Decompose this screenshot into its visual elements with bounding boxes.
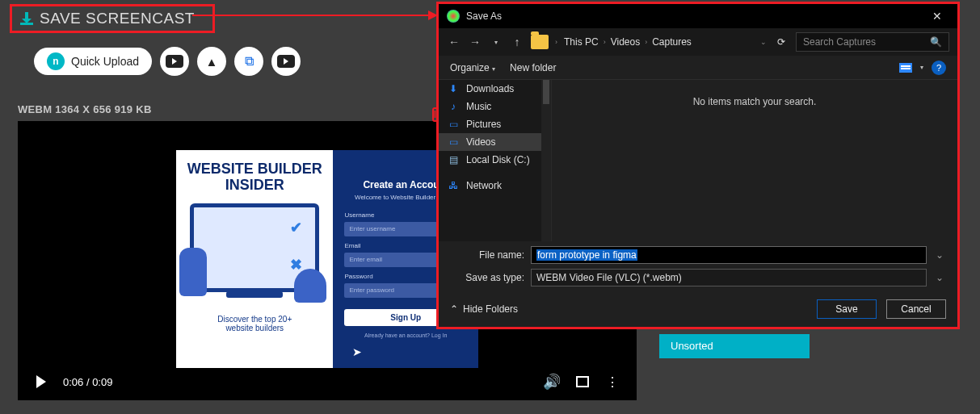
dialog-app-icon xyxy=(447,10,460,23)
fullscreen-icon xyxy=(576,376,589,387)
check-icon: ✔ xyxy=(290,219,302,236)
music-icon: ♪ xyxy=(447,101,460,112)
dialog-nav-bar: ← → ▾ ↑ › This PC › Videos › Captures ⌄ … xyxy=(439,28,957,56)
dialog-title-bar: Save As ✕ xyxy=(439,4,957,28)
close-button[interactable]: ✕ xyxy=(925,10,949,23)
login-line: Already have an account? Log In xyxy=(344,332,467,338)
nav-forward-button[interactable]: → xyxy=(468,36,482,48)
nimbus-logo-icon: n xyxy=(47,52,65,70)
video-controls: 0:06 / 0:09 🔊 ⋮ xyxy=(18,363,637,400)
dialog-body: ⬇ Downloads ♪ Music ▭ Pictures ▭ Videos … xyxy=(439,80,957,241)
tree-item-videos[interactable]: ▭ Videos xyxy=(439,133,551,151)
search-icon: 🔍 xyxy=(930,36,942,48)
tree-item-pictures[interactable]: ▭ Pictures xyxy=(439,115,551,133)
chevron-right-icon: › xyxy=(604,38,606,46)
nav-up-button[interactable]: ↑ xyxy=(510,36,524,48)
kebab-icon: ⋮ xyxy=(606,374,620,390)
person-illustration-2 xyxy=(294,269,326,303)
tree-scrollbar[interactable] xyxy=(541,80,551,241)
volume-button[interactable]: 🔊 xyxy=(543,373,561,391)
volume-icon: 🔊 xyxy=(543,373,561,391)
chevron-right-icon: › xyxy=(645,38,647,46)
tree-item-network[interactable]: 🖧 Network xyxy=(439,177,551,194)
refresh-icon: ⟳ xyxy=(777,36,785,48)
youtube-upload-button[interactable] xyxy=(160,47,189,76)
video-left-title: WEBSITE BUILDER INSIDER xyxy=(183,161,326,194)
dialog-toolbar: Organize ▾ New folder ▾ ? xyxy=(439,56,957,80)
time-display: 0:06 / 0:09 xyxy=(63,376,112,388)
breadcrumb: This PC › Videos › Captures ⌄ xyxy=(564,36,767,48)
youtube-button-2[interactable] xyxy=(271,47,301,76)
cancel-button[interactable]: Cancel xyxy=(886,299,946,319)
quick-upload-label: Quick Upload xyxy=(71,55,139,68)
search-placeholder: Search Captures xyxy=(803,36,876,48)
file-name-history-dropdown[interactable]: ⌄ xyxy=(933,249,946,261)
play-icon xyxy=(36,375,46,388)
pictures-icon: ▭ xyxy=(447,119,460,130)
upload-row: n Quick Upload ▲ ⧉ xyxy=(34,47,301,76)
dropbox-icon: ⧉ xyxy=(245,54,254,69)
file-name-value: form prototype in figma xyxy=(536,249,637,261)
chevron-down-icon[interactable]: ▾ xyxy=(920,64,923,71)
save-type-dropdown-arrow[interactable]: ⌄ xyxy=(933,272,946,283)
breadcrumb-videos[interactable]: Videos xyxy=(611,36,640,48)
youtube-icon xyxy=(166,55,183,68)
search-input[interactable]: Search Captures 🔍 xyxy=(796,32,949,52)
folder-icon xyxy=(531,35,549,49)
unsorted-tag[interactable]: Unsorted xyxy=(659,334,810,358)
save-type-select[interactable]: WEBM Video File (VLC) (*.webm) xyxy=(531,269,927,286)
save-button[interactable]: Save xyxy=(817,299,877,319)
google-drive-icon: ▲ xyxy=(206,55,218,69)
hero-graphic: ✔ ✖ xyxy=(190,203,319,292)
breadcrumb-this-pc[interactable]: This PC xyxy=(564,36,599,48)
tree-item-music[interactable]: ♪ Music xyxy=(439,98,551,115)
close-icon: ✕ xyxy=(932,10,942,23)
x-icon: ✖ xyxy=(290,256,302,274)
video-frame-content: WEBSITE BUILDER INSIDER ✔ ✖ Discover the… xyxy=(176,150,478,368)
file-info-label: WEBM 1364 X 656 919 KB xyxy=(18,103,152,115)
help-icon: ? xyxy=(936,63,941,73)
save-screencast-highlight[interactable]: SAVE SCREENCAST xyxy=(10,4,215,33)
dialog-title: Save As xyxy=(466,10,919,22)
dialog-bottom-bar: ⌃ Hide Folders Save Cancel xyxy=(439,291,957,327)
nav-back-button[interactable]: ← xyxy=(447,36,461,48)
save-type-label: Save as type: xyxy=(450,272,524,283)
network-icon: 🖧 xyxy=(447,180,460,191)
file-name-row: File name: form prototype in figma ⌄ xyxy=(450,246,946,264)
nav-tree: ⬇ Downloads ♪ Music ▭ Pictures ▭ Videos … xyxy=(439,80,552,241)
video-left-panel: WEBSITE BUILDER INSIDER ✔ ✖ Discover the… xyxy=(176,150,333,368)
file-name-label: File name: xyxy=(450,249,524,261)
dialog-form: File name: form prototype in figma ⌄ Sav… xyxy=(439,241,957,291)
new-folder-button[interactable]: New folder xyxy=(510,62,556,73)
breadcrumb-captures[interactable]: Captures xyxy=(652,36,692,48)
video-left-tag2: website builders xyxy=(225,324,284,332)
downloads-icon: ⬇ xyxy=(447,83,460,94)
more-options-button[interactable]: ⋮ xyxy=(604,374,622,390)
chevron-right-icon: › xyxy=(555,38,557,46)
nav-history-dropdown[interactable]: ▾ xyxy=(489,39,503,46)
save-type-value: WEBM Video File (VLC) (*.webm) xyxy=(536,272,682,283)
save-type-row: Save as type: WEBM Video File (VLC) (*.w… xyxy=(450,269,946,286)
disk-icon: ▤ xyxy=(447,154,460,165)
file-list-pane: No items match your search. xyxy=(552,80,957,241)
save-as-dialog: Save As ✕ ← → ▾ ↑ › This PC › Videos › C… xyxy=(439,4,957,327)
dropbox-button[interactable]: ⧉ xyxy=(234,47,263,76)
google-drive-button[interactable]: ▲ xyxy=(197,47,226,76)
view-options-button[interactable] xyxy=(899,63,912,73)
refresh-button[interactable]: ⟳ xyxy=(773,36,789,48)
organize-menu[interactable]: Organize ▾ xyxy=(450,62,495,73)
file-name-input[interactable]: form prototype in figma xyxy=(531,246,927,264)
fullscreen-button[interactable] xyxy=(574,376,591,387)
tree-item-localdisk[interactable]: ▤ Local Disk (C:) xyxy=(439,151,551,169)
annotation-arrow xyxy=(192,15,436,16)
hide-folders-button[interactable]: ⌃ Hide Folders xyxy=(450,303,518,315)
tree-item-downloads[interactable]: ⬇ Downloads xyxy=(439,80,551,98)
play-button[interactable] xyxy=(32,375,50,388)
video-left-tag1: Discover the top 20+ xyxy=(217,315,292,324)
quick-upload-button[interactable]: n Quick Upload xyxy=(34,48,152,75)
download-icon xyxy=(20,12,33,25)
chevron-down-icon[interactable]: ⌄ xyxy=(760,38,767,46)
help-button[interactable]: ? xyxy=(932,61,946,75)
videos-icon: ▭ xyxy=(447,136,460,148)
person-illustration-1 xyxy=(179,248,207,296)
